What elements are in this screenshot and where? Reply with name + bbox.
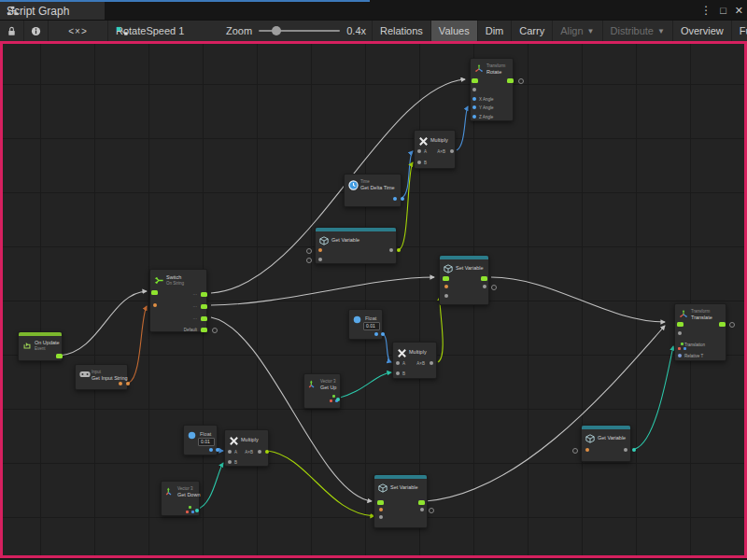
- unconnected-port[interactable]: [729, 322, 735, 328]
- unconnected-port[interactable]: [429, 508, 434, 513]
- gray-value-port[interactable]: [430, 361, 433, 365]
- teal-value-port[interactable]: [195, 509, 199, 512]
- view-button-full-screen[interactable]: Full Screen: [732, 21, 747, 41]
- unconnected-port[interactable]: [491, 285, 497, 290]
- gray-value-port[interactable]: [389, 248, 393, 252]
- flow-port[interactable]: [377, 500, 384, 505]
- orange-value-port[interactable]: [153, 303, 157, 307]
- flow-port[interactable]: [151, 290, 158, 295]
- green-value-port[interactable]: [265, 450, 269, 454]
- orange-value-port[interactable]: [119, 382, 122, 385]
- node-vector3-get-down[interactable]: Get DownVector 3: [161, 481, 200, 516]
- gray-value-port[interactable]: [379, 515, 383, 519]
- tab-script-graph[interactable]: Script Graph: [0, 2, 105, 20]
- orange-value-port[interactable]: [585, 448, 589, 452]
- node-get-variable-right[interactable]: Get Variable: [581, 425, 631, 462]
- flow-port[interactable]: [201, 316, 207, 321]
- gray-value-port[interactable]: [483, 285, 486, 288]
- blue-value-port[interactable]: [472, 105, 476, 109]
- node-float-top[interactable]: Float0.01: [348, 309, 383, 340]
- flow-port[interactable]: [418, 500, 425, 505]
- view-button-align[interactable]: Align▼: [553, 21, 602, 41]
- view-button-values[interactable]: Values: [431, 21, 478, 41]
- flow-port[interactable]: [719, 322, 726, 327]
- unconnected-port[interactable]: [212, 328, 218, 333]
- unconnected-port[interactable]: [518, 78, 524, 84]
- node-get-input-string[interactable]: Get Input StringInput: [75, 364, 128, 390]
- gray-value-port[interactable]: [258, 450, 261, 454]
- green-value-port[interactable]: [397, 248, 401, 252]
- node-multiply-top[interactable]: MultiplyAA×BB: [414, 130, 456, 169]
- node-get-delta-time[interactable]: Get Delta TimeTime: [344, 174, 402, 207]
- close-icon[interactable]: ✕: [735, 2, 743, 19]
- flow-port[interactable]: [677, 322, 684, 327]
- node-on-update[interactable]: On UpdateEvent: [18, 331, 63, 361]
- node-multiply-mid[interactable]: MultiplyAA×BB: [392, 342, 437, 379]
- node-vector3-get-up[interactable]: Get UpVector 3: [303, 373, 341, 409]
- gray-value-port[interactable]: [420, 508, 424, 511]
- view-button-distribute[interactable]: Distribute▼: [603, 21, 673, 41]
- node-translate[interactable]: TranslateTransformTranslationRelative T: [674, 303, 726, 361]
- zoom-slider-handle[interactable]: [272, 26, 281, 35]
- gray-value-port[interactable]: [444, 294, 448, 298]
- unconnected-port[interactable]: [572, 448, 578, 454]
- code-view-button[interactable]: <×>: [49, 21, 108, 41]
- node-multiply-bottom[interactable]: MultiplyAA×BB: [224, 429, 269, 467]
- blue-value-port[interactable]: [472, 97, 476, 101]
- gray-value-port[interactable]: [624, 448, 627, 452]
- orange-value-port[interactable]: [318, 248, 322, 252]
- vector3-port[interactable]: [681, 343, 684, 345]
- orange-value-port[interactable]: [444, 285, 448, 288]
- gray-value-port[interactable]: [228, 450, 232, 454]
- graph-breadcrumb[interactable]: RotateSpeed 1: [108, 21, 220, 41]
- flow-port[interactable]: [201, 328, 207, 332]
- gray-value-port[interactable]: [228, 460, 232, 464]
- vector3-port[interactable]: [332, 395, 335, 398]
- blue-value-port[interactable]: [381, 332, 385, 336]
- maximize-icon[interactable]: □: [720, 2, 726, 19]
- inspect-button[interactable]: [24, 21, 49, 41]
- view-button-dim[interactable]: Dim: [478, 21, 513, 41]
- gray-value-port[interactable]: [396, 371, 400, 375]
- flow-port[interactable]: [507, 78, 514, 83]
- view-button-overview[interactable]: Overview: [673, 21, 732, 41]
- blue-value-port[interactable]: [401, 197, 404, 201]
- vector3-port[interactable]: [186, 511, 189, 513]
- gray-value-port[interactable]: [678, 331, 682, 335]
- vector3-port[interactable]: [684, 347, 686, 350]
- blue-value-port[interactable]: [374, 332, 378, 336]
- orange-value-port[interactable]: [126, 382, 130, 385]
- unconnected-port[interactable]: [306, 258, 312, 263]
- flow-port[interactable]: [201, 304, 207, 309]
- float-value-field[interactable]: 0.01: [363, 322, 380, 330]
- slate-value-port[interactable]: [678, 354, 682, 357]
- gray-value-port[interactable]: [396, 361, 400, 365]
- flow-port[interactable]: [201, 292, 207, 297]
- vector3-port[interactable]: [678, 347, 681, 350]
- vector3-port[interactable]: [191, 511, 194, 513]
- node-switch-on-string[interactable]: SwitchOn String·········Default: [149, 269, 207, 332]
- node-get-variable-mid[interactable]: Get Variable: [315, 227, 397, 264]
- node-set-variable-bottom[interactable]: Set Variable: [374, 474, 428, 528]
- unconnected-port[interactable]: [306, 248, 312, 254]
- float-value-field[interactable]: 0.01: [198, 438, 215, 446]
- graph-canvas[interactable]: On UpdateEventGet Input StringInputSwitc…: [3, 44, 744, 555]
- flow-port[interactable]: [472, 78, 478, 83]
- node-float-bottom[interactable]: Float0.01: [183, 425, 218, 455]
- teal-value-port[interactable]: [632, 448, 636, 452]
- kebab-menu-icon[interactable]: ⋮: [700, 2, 712, 19]
- flow-port[interactable]: [56, 354, 63, 358]
- blue-value-port[interactable]: [216, 448, 219, 452]
- node-rotate[interactable]: RotateTransformX AngleY AngleZ Angle: [470, 58, 514, 121]
- gray-value-port[interactable]: [417, 161, 421, 164]
- gray-value-port[interactable]: [417, 149, 421, 153]
- lock-button[interactable]: [0, 21, 24, 41]
- orange-value-port[interactable]: [379, 508, 383, 511]
- flow-port[interactable]: [481, 276, 487, 281]
- vector3-port[interactable]: [330, 399, 332, 402]
- blue-value-port[interactable]: [472, 115, 476, 119]
- gray-value-port[interactable]: [472, 88, 476, 91]
- blue-value-port[interactable]: [209, 448, 213, 452]
- zoom-slider[interactable]: [259, 30, 340, 32]
- node-set-variable-top[interactable]: Set Variable: [439, 255, 489, 305]
